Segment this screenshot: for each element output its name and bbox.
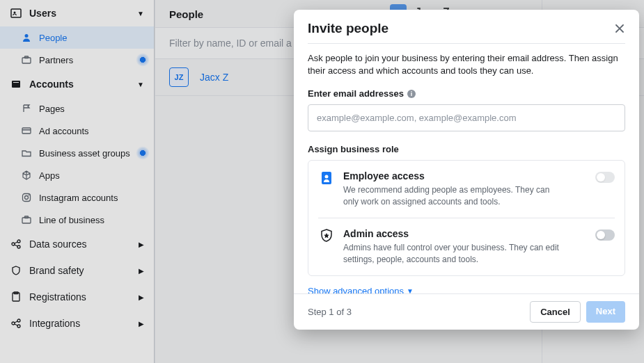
modal-description: Ask people to join your business by ente… — [308, 43, 625, 77]
chevron-down-icon: ▼ — [407, 287, 414, 293]
toggle-admin[interactable] — [595, 229, 615, 241]
email-input[interactable] — [308, 104, 625, 131]
invite-modal: Invite people Ask people to join your bu… — [294, 10, 639, 330]
info-icon[interactable]: i — [407, 90, 416, 98]
assign-role-label: Assign business role — [308, 144, 625, 154]
next-button[interactable]: Next — [586, 301, 625, 323]
role-desc: Admins have full control over your busin… — [343, 242, 587, 266]
role-title: Employee access — [343, 170, 587, 182]
id-badge-icon — [318, 170, 335, 208]
role-title: Admin access — [343, 228, 587, 239]
role-employee: Employee access We recommend adding peop… — [308, 161, 625, 218]
email-label: Enter email addresses i — [308, 88, 625, 99]
role-admin: Admin access Admins have full control ov… — [318, 218, 615, 275]
role-desc: We recommend adding people as employees.… — [343, 184, 587, 208]
modal-title: Invite people — [308, 21, 614, 36]
close-button[interactable] — [614, 23, 625, 34]
toggle-employee[interactable] — [595, 172, 615, 183]
svg-point-23 — [325, 175, 329, 179]
roles-box: Employee access We recommend adding peop… — [308, 160, 625, 275]
shield-star-icon — [318, 228, 335, 266]
cancel-button[interactable]: Cancel — [530, 301, 581, 323]
step-indicator: Step 1 of 3 — [308, 307, 352, 317]
show-advanced-link[interactable]: Show advanced options ▼ — [308, 286, 625, 293]
